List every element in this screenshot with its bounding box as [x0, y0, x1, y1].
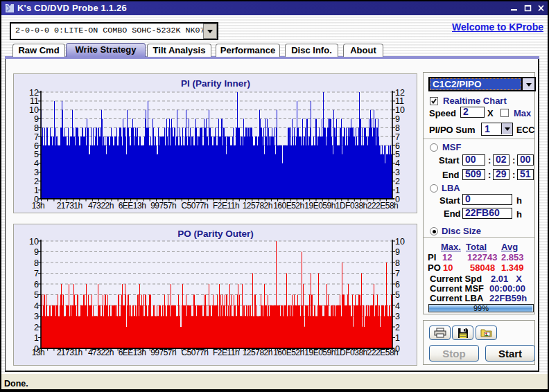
svg-text:1: 1: [395, 186, 400, 195]
svg-text:PI (Parity Inner): PI (Parity Inner): [181, 78, 250, 89]
svg-text:12: 12: [29, 88, 39, 98]
svg-text:F2E11h: F2E11h: [213, 348, 239, 357]
svg-text:7: 7: [34, 269, 39, 278]
svg-text:2: 2: [34, 323, 39, 332]
svg-text:6EE13h: 6EE13h: [119, 201, 146, 211]
svg-text:2: 2: [34, 177, 39, 186]
svg-text:1: 1: [395, 333, 400, 343]
svg-text:4: 4: [395, 159, 400, 168]
svg-text:9: 9: [34, 247, 39, 257]
svg-text:4: 4: [34, 159, 39, 168]
svg-text:1: 1: [34, 333, 39, 343]
svg-text:3: 3: [395, 168, 400, 177]
svg-text:10: 10: [395, 105, 405, 115]
svg-text:10: 10: [29, 237, 39, 247]
svg-text:2: 2: [395, 177, 400, 186]
svg-text:47322h: 47322h: [88, 348, 114, 357]
svg-text:10: 10: [395, 237, 405, 247]
svg-text:222E58h: 222E58h: [367, 201, 399, 211]
svg-text:11: 11: [395, 96, 404, 106]
svg-text:8: 8: [34, 258, 39, 268]
svg-text:5: 5: [34, 150, 39, 159]
svg-text:47322h: 47322h: [88, 201, 114, 211]
svg-text:9: 9: [395, 247, 400, 257]
svg-text:7: 7: [395, 132, 400, 142]
svg-text:6: 6: [395, 141, 400, 151]
svg-text:1: 1: [34, 186, 39, 195]
svg-text:3: 3: [395, 312, 400, 321]
svg-text:13h: 13h: [32, 348, 45, 357]
svg-text:C5077h: C5077h: [181, 348, 208, 357]
svg-text:21731h: 21731h: [57, 348, 82, 357]
svg-text:8: 8: [34, 123, 39, 133]
svg-text:21731h: 21731h: [57, 201, 82, 211]
svg-text:1DF038h: 1DF038h: [336, 348, 367, 357]
svg-text:7: 7: [395, 269, 400, 278]
svg-text:125782h: 125782h: [243, 348, 272, 357]
svg-text:4: 4: [395, 301, 400, 311]
svg-text:2: 2: [395, 323, 400, 332]
svg-text:160E52h: 160E52h: [273, 348, 304, 357]
svg-text:9: 9: [34, 114, 39, 124]
svg-text:99757h: 99757h: [150, 201, 176, 211]
svg-text:F2E11h: F2E11h: [213, 201, 239, 211]
svg-text:19E059h: 19E059h: [304, 348, 336, 357]
svg-text:125782h: 125782h: [243, 201, 272, 211]
svg-text:10: 10: [29, 105, 39, 115]
svg-text:9: 9: [395, 114, 400, 124]
svg-text:222E58h: 222E58h: [367, 348, 399, 357]
svg-text:3: 3: [34, 312, 39, 321]
svg-text:3: 3: [34, 168, 39, 177]
svg-text:6: 6: [34, 280, 39, 289]
svg-text:11: 11: [30, 96, 39, 106]
svg-text:7: 7: [34, 132, 39, 142]
svg-text:5: 5: [395, 290, 400, 300]
svg-text:1DF038h: 1DF038h: [336, 201, 367, 211]
svg-text:13h: 13h: [32, 201, 45, 211]
svg-text:5: 5: [395, 150, 400, 159]
svg-text:5: 5: [34, 290, 39, 300]
svg-text:C5077h: C5077h: [181, 201, 208, 211]
svg-text:PO (Parity Outer): PO (Parity Outer): [177, 229, 254, 239]
svg-text:19E059h: 19E059h: [304, 201, 336, 211]
svg-text:8: 8: [395, 258, 400, 268]
svg-text:160E52h: 160E52h: [273, 201, 304, 211]
svg-text:12: 12: [395, 88, 405, 98]
svg-text:99757h: 99757h: [150, 348, 176, 357]
svg-text:6EE13h: 6EE13h: [119, 348, 146, 357]
svg-text:8: 8: [395, 123, 400, 133]
svg-text:6: 6: [34, 141, 39, 151]
svg-text:6: 6: [395, 280, 400, 289]
svg-text:4: 4: [34, 301, 39, 311]
